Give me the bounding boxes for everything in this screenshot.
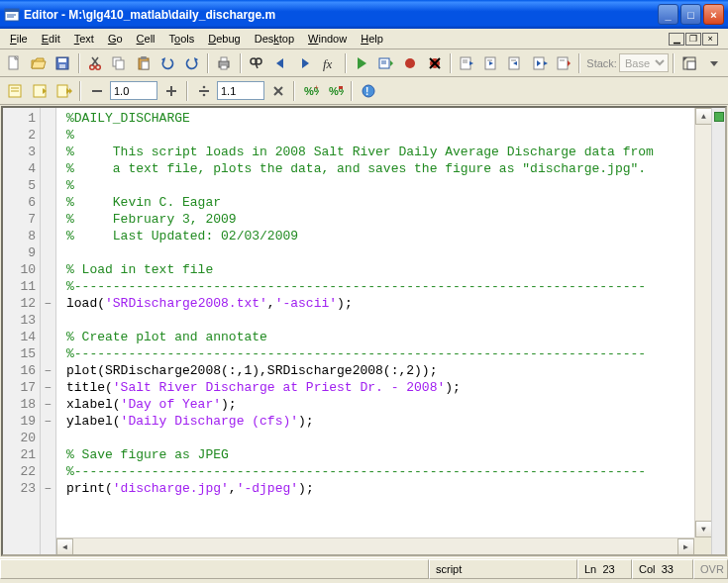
main-toolbar: fx Stack: Base — [0, 49, 728, 77]
menu-debug[interactable]: Debug — [201, 31, 247, 47]
menu-window[interactable]: Window — [301, 31, 354, 47]
svg-rect-54 — [687, 61, 695, 69]
new-file-button[interactable] — [3, 52, 26, 74]
status-column: Col 33 — [632, 559, 693, 579]
insert-cell-break-button[interactable]: %%+ — [299, 80, 322, 102]
save-button[interactable] — [52, 52, 74, 74]
menu-bar: File Edit Text Go Cell Tools Debug Deskt… — [0, 29, 728, 49]
function-hint-button[interactable]: fx — [318, 52, 341, 74]
svg-marker-55 — [683, 57, 687, 61]
run-button[interactable] — [351, 52, 373, 74]
svg-marker-51 — [568, 60, 571, 66]
cell-mode-button[interactable] — [3, 80, 26, 102]
copy-button[interactable] — [108, 52, 131, 74]
separator — [351, 81, 353, 101]
continue-button[interactable] — [528, 52, 551, 74]
horizontal-scrollbar[interactable]: ◀ ▶ — [56, 537, 694, 554]
menu-text[interactable]: Text — [67, 31, 101, 47]
close-button[interactable]: × — [703, 4, 724, 25]
menu-desktop[interactable]: Desktop — [248, 31, 301, 47]
exit-debug-button[interactable] — [553, 52, 575, 74]
separator — [578, 53, 580, 73]
scroll-up-button[interactable]: ▲ — [695, 108, 711, 125]
mdi-close-button[interactable]: × — [702, 33, 718, 46]
print-button[interactable] — [213, 52, 236, 74]
stack-select[interactable]: Base — [619, 53, 669, 72]
svg-point-69 — [202, 85, 205, 88]
open-file-button[interactable] — [28, 52, 51, 74]
scroll-left-button[interactable]: ◀ — [56, 538, 73, 554]
line-number-gutter[interactable]: 1234567891011121314151617181920212223 — [3, 108, 41, 554]
svg-rect-20 — [221, 57, 227, 61]
status-bar: script Ln 23 Col 33 OVR — [0, 557, 728, 579]
app-icon — [4, 7, 20, 23]
menu-cell[interactable]: Cell — [130, 31, 162, 47]
scroll-right-button[interactable]: ▶ — [677, 538, 694, 554]
breakpoint-clear-button[interactable] — [423, 52, 446, 74]
scroll-down-button[interactable]: ▼ — [695, 521, 711, 537]
svg-marker-56 — [710, 61, 718, 66]
separator — [186, 81, 188, 101]
status-ovr: OVR — [693, 559, 728, 579]
menu-tools[interactable]: Tools — [162, 31, 202, 47]
status-file-type: script — [429, 559, 577, 579]
divide-button[interactable] — [192, 80, 215, 102]
eval-cell-button[interactable] — [28, 80, 51, 102]
breakpoint-column[interactable]: –––––– — [41, 108, 56, 554]
find-button[interactable] — [246, 52, 268, 74]
mdi-minimize-button[interactable]: ▁ — [669, 33, 684, 46]
decrement-button[interactable] — [85, 80, 108, 102]
nav-back-button[interactable] — [269, 52, 292, 74]
separator — [673, 53, 675, 73]
menu-file[interactable]: File — [3, 31, 35, 47]
insert-cell-section-button[interactable]: %% — [324, 80, 347, 102]
step-out-button[interactable] — [504, 52, 527, 74]
multiply-button[interactable] — [266, 80, 289, 102]
separator — [240, 53, 242, 73]
mdi-restore-button[interactable]: ❐ — [685, 33, 701, 46]
step-in-button[interactable] — [479, 52, 502, 74]
step-button[interactable] — [456, 52, 478, 74]
dock-button[interactable] — [678, 52, 701, 74]
scroll-corner — [694, 537, 711, 554]
code-editor[interactable]: %DAILY_DISCHARGE%% This script loads in … — [56, 108, 711, 554]
cell-toolbar: %%+ %% ! — [0, 77, 728, 105]
menu-go[interactable]: Go — [101, 31, 130, 47]
minimize-button[interactable]: _ — [658, 4, 678, 25]
svg-text:fx: fx — [323, 56, 333, 71]
show-functions-button[interactable]: ! — [357, 80, 379, 102]
separator — [79, 81, 81, 101]
increment-button[interactable] — [159, 80, 182, 102]
title-bar: Editor - M:\glg410_matlab\daily_discharg… — [0, 0, 728, 29]
step-input[interactable] — [110, 81, 157, 100]
mult-input[interactable] — [217, 81, 264, 100]
code-ok-indicator — [714, 112, 724, 122]
cut-button[interactable] — [84, 52, 107, 74]
paste-button[interactable] — [133, 52, 156, 74]
menu-edit[interactable]: Edit — [35, 31, 67, 47]
svg-rect-65 — [92, 90, 102, 92]
menu-help[interactable]: Help — [354, 31, 390, 47]
run-advance-button[interactable] — [374, 52, 397, 74]
eval-cell-advance-button[interactable] — [52, 80, 75, 102]
svg-rect-76 — [339, 86, 343, 89]
separator — [207, 53, 209, 73]
vertical-scrollbar[interactable]: ▲ ▼ — [694, 108, 711, 537]
message-indicator-column[interactable] — [711, 108, 725, 554]
toolbar-menu-button[interactable] — [702, 52, 725, 74]
maximize-button[interactable]: □ — [680, 4, 701, 25]
svg-rect-68 — [199, 90, 209, 92]
nav-forward-button[interactable] — [294, 52, 317, 74]
undo-button[interactable] — [156, 52, 179, 74]
redo-button[interactable] — [181, 52, 204, 74]
editor-area: 1234567891011121314151617181920212223 ––… — [1, 106, 727, 556]
svg-rect-21 — [221, 65, 227, 69]
breakpoint-set-button[interactable] — [399, 52, 422, 74]
status-spacer — [0, 559, 429, 579]
svg-point-9 — [95, 64, 100, 69]
svg-rect-13 — [116, 60, 124, 69]
separator — [78, 53, 80, 73]
svg-rect-37 — [461, 57, 470, 69]
svg-marker-25 — [276, 58, 283, 68]
stack-label: Stack: — [586, 57, 617, 69]
